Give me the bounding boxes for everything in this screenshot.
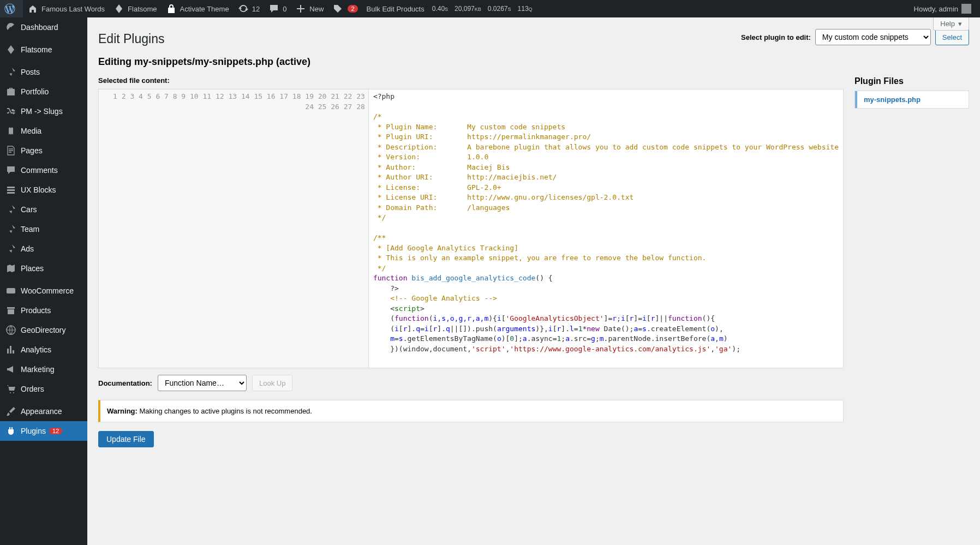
site-title-text: Famous Last Words xyxy=(41,5,105,13)
sidebar-item-label: UX Blocks xyxy=(21,185,56,194)
sidebar-item-label: GeoDirectory xyxy=(21,326,65,334)
briefcase-icon xyxy=(5,86,16,97)
doc-select[interactable]: Function Name… xyxy=(158,375,247,391)
chevron-down-icon: ▾ xyxy=(958,20,962,28)
site-title-link[interactable]: Famous Last Words xyxy=(23,0,109,17)
sidebar-item-label: Pages xyxy=(21,146,43,155)
select-button[interactable]: Select xyxy=(935,29,969,45)
sidebar-item-marketing[interactable]: Marketing xyxy=(0,360,87,379)
sidebar-item-label: Products xyxy=(21,306,51,315)
account-link[interactable]: Howdy, admin xyxy=(910,0,976,17)
warning-text: Making changes to active plugins is not … xyxy=(138,407,312,415)
comments-link[interactable]: 0 xyxy=(264,0,291,17)
wp-logo[interactable] xyxy=(0,0,23,17)
activate-theme-text: Activate Theme xyxy=(180,5,229,13)
pin-icon xyxy=(5,67,16,77)
help-tab[interactable]: Help▾ xyxy=(933,17,969,31)
howdy-text: Howdy, admin xyxy=(914,5,958,13)
flatsome-link[interactable]: Flatsome xyxy=(109,0,161,17)
code-editor[interactable]: 1 2 3 4 5 6 7 8 9 10 11 12 13 14 15 16 1… xyxy=(98,89,844,368)
code-content[interactable]: <?php /* * Plugin Name: My custom code s… xyxy=(369,89,843,368)
sidebar-item-label: Places xyxy=(21,264,44,273)
comment-icon xyxy=(5,165,16,176)
updates-link[interactable]: 12 xyxy=(234,0,264,17)
new-link[interactable]: New xyxy=(291,0,328,17)
sidebar-item-portfolio[interactable]: Portfolio xyxy=(0,82,87,101)
tag-icon xyxy=(332,3,343,14)
notif-link[interactable]: 2 xyxy=(328,0,362,17)
wordpress-icon xyxy=(4,3,15,14)
sidebar-item-label: Marketing xyxy=(21,365,54,374)
sidebar-item-flatsome[interactable]: Flatsome xyxy=(0,40,87,59)
sidebar-item-label: Appearance xyxy=(21,407,62,416)
plugin-file-list: my-snippets.php xyxy=(854,91,969,109)
page-icon xyxy=(5,145,16,156)
sidebar-item-label: Portfolio xyxy=(21,87,49,96)
plugin-select[interactable]: My custom code snippets xyxy=(815,29,931,45)
sidebar-item-label: Orders xyxy=(21,385,44,393)
sidebar-item-posts[interactable]: Posts xyxy=(0,62,87,82)
warning-strong: Warning: xyxy=(107,407,138,415)
update-icon xyxy=(238,3,249,14)
editing-subtitle: Editing my-snippets/my-snippets.php (act… xyxy=(98,56,969,68)
admin-toolbar: Famous Last Words Flatsome Activate Them… xyxy=(0,0,980,17)
sidebar-item-team[interactable]: Team xyxy=(0,219,87,239)
admin-sidebar: Dashboard Flatsome Posts Portfolio PM ->… xyxy=(0,17,87,545)
sidebar-item-geodirectory[interactable]: GeoDirectory xyxy=(0,320,87,340)
notif-badge: 2 xyxy=(348,5,357,13)
sidebar-item-label: Plugins xyxy=(21,427,46,435)
dashboard-icon xyxy=(5,22,16,33)
main-content: Help▾ Edit Plugins Select plugin to edit… xyxy=(87,17,980,545)
sidebar-item-plugins[interactable]: Plugins12 xyxy=(0,421,87,441)
sidebar-item-uxblocks[interactable]: UX Blocks xyxy=(0,180,87,200)
shuffle-icon xyxy=(5,106,16,117)
archive-icon xyxy=(5,305,16,316)
lookup-button[interactable]: Look Up xyxy=(252,375,292,391)
sidebar-item-orders[interactable]: Orders xyxy=(0,379,87,399)
flatsome-icon xyxy=(113,3,124,14)
sidebar-item-label: Comments xyxy=(21,166,58,175)
home-icon xyxy=(27,3,38,14)
blocks-icon xyxy=(5,184,16,195)
sidebar-item-media[interactable]: Media xyxy=(0,121,87,141)
sidebar-item-woocommerce[interactable]: WooCommerce xyxy=(0,281,87,301)
sidebar-item-appearance[interactable]: Appearance xyxy=(0,402,87,421)
sidebar-item-label: WooCommerce xyxy=(21,286,74,295)
sidebar-item-products[interactable]: Products xyxy=(0,301,87,320)
bulk-edit-link[interactable]: Bulk Edit Products xyxy=(362,0,429,17)
sidebar-item-analytics[interactable]: Analytics xyxy=(0,340,87,360)
help-label: Help xyxy=(940,20,955,28)
sidebar-item-dashboard[interactable]: Dashboard xyxy=(0,17,87,37)
sidebar-item-places[interactable]: Places xyxy=(0,259,87,278)
activate-theme-link[interactable]: Activate Theme xyxy=(162,0,234,17)
cart-icon xyxy=(5,384,16,394)
debug-queries: 113Q xyxy=(515,5,536,13)
updates-count: 12 xyxy=(252,5,260,13)
media-icon xyxy=(5,125,16,136)
bulk-edit-text: Bulk Edit Products xyxy=(367,5,425,13)
sidebar-item-label: Cars xyxy=(21,205,37,214)
plugin-file-item[interactable]: my-snippets.php xyxy=(855,91,969,108)
select-plugin-label: Select plugin to edit: xyxy=(741,33,811,41)
brush-icon xyxy=(5,406,16,417)
map-icon xyxy=(5,263,16,274)
comments-count: 0 xyxy=(283,5,286,13)
new-text: New xyxy=(309,5,324,13)
sidebar-item-label: Flatsome xyxy=(21,45,52,54)
sidebar-item-label: PM -> Slugs xyxy=(21,107,63,116)
sidebar-item-comments[interactable]: Comments xyxy=(0,160,87,180)
globe-icon xyxy=(5,325,16,336)
sidebar-item-pm-slugs[interactable]: PM -> Slugs xyxy=(0,101,87,121)
plug-icon xyxy=(5,426,16,436)
sidebar-item-ads[interactable]: Ads xyxy=(0,239,87,259)
woo-icon xyxy=(5,285,16,296)
sidebar-item-label: Posts xyxy=(21,68,40,76)
sidebar-item-pages[interactable]: Pages xyxy=(0,141,87,160)
update-file-button[interactable]: Update File xyxy=(98,431,154,447)
pin-icon xyxy=(5,243,16,254)
sidebar-item-cars[interactable]: Cars xyxy=(0,200,87,219)
warning-notice: Warning: Making changes to active plugin… xyxy=(98,400,844,422)
megaphone-icon xyxy=(5,364,16,375)
svg-rect-0 xyxy=(7,288,15,294)
sidebar-item-label: Analytics xyxy=(21,345,51,354)
